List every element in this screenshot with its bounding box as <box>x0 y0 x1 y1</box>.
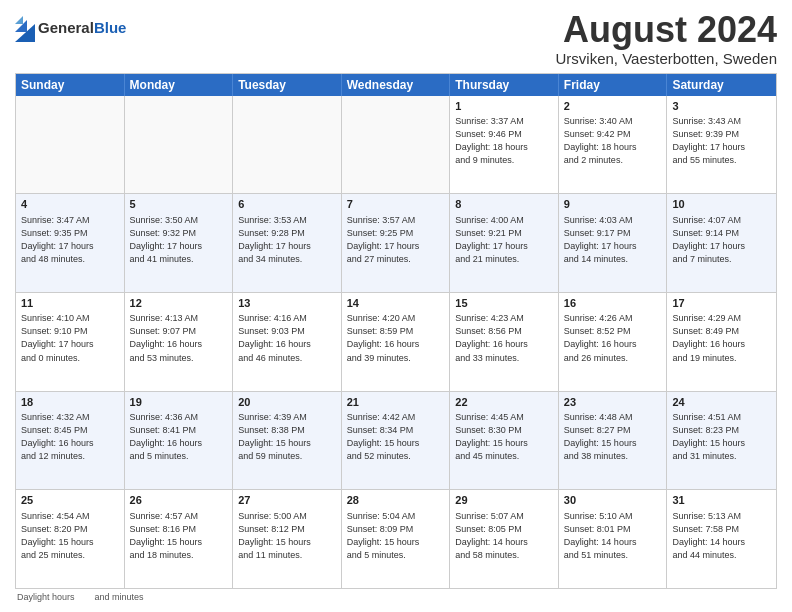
cell-text-line: Sunrise: 5:07 AM <box>455 510 553 523</box>
main-title: August 2024 <box>555 10 777 50</box>
cal-cell-r3c0: 18Sunrise: 4:32 AMSunset: 8:45 PMDayligh… <box>16 392 125 490</box>
cell-text-line: Sunset: 8:16 PM <box>130 523 228 536</box>
cell-text-line: Daylight: 16 hours <box>130 338 228 351</box>
cell-text-line: and 21 minutes. <box>455 253 553 266</box>
cell-text-line: Daylight: 16 hours <box>347 338 445 351</box>
cell-text-line: Sunset: 9:10 PM <box>21 325 119 338</box>
cell-text-line: Sunset: 8:20 PM <box>21 523 119 536</box>
cal-cell-r0c6: 3Sunrise: 3:43 AMSunset: 9:39 PMDaylight… <box>667 96 776 194</box>
cal-row-0: 1Sunrise: 3:37 AMSunset: 9:46 PMDaylight… <box>16 96 776 195</box>
cal-cell-r3c5: 23Sunrise: 4:48 AMSunset: 8:27 PMDayligh… <box>559 392 668 490</box>
cell-text-line: and 25 minutes. <box>21 549 119 562</box>
cell-text-line: Sunrise: 4:36 AM <box>130 411 228 424</box>
cal-cell-r2c5: 16Sunrise: 4:26 AMSunset: 8:52 PMDayligh… <box>559 293 668 391</box>
day-number: 4 <box>21 197 119 212</box>
cell-text-line: Sunset: 8:56 PM <box>455 325 553 338</box>
logo-icon <box>15 14 35 42</box>
cal-cell-r4c2: 27Sunrise: 5:00 AMSunset: 8:12 PMDayligh… <box>233 490 342 588</box>
header-day-saturday: Saturday <box>667 74 776 96</box>
calendar: SundayMondayTuesdayWednesdayThursdayFrid… <box>15 73 777 589</box>
cal-cell-r3c3: 21Sunrise: 4:42 AMSunset: 8:34 PMDayligh… <box>342 392 451 490</box>
cell-text-line: Sunrise: 3:43 AM <box>672 115 771 128</box>
logo-text: GeneralBlue <box>38 19 126 37</box>
cell-text-line: Sunrise: 3:53 AM <box>238 214 336 227</box>
cal-cell-r4c3: 28Sunrise: 5:04 AMSunset: 8:09 PMDayligh… <box>342 490 451 588</box>
cell-text-line: Sunset: 9:25 PM <box>347 227 445 240</box>
cell-text-line: Daylight: 15 hours <box>672 437 771 450</box>
cal-cell-r0c1 <box>125 96 234 194</box>
cal-cell-r1c6: 10Sunrise: 4:07 AMSunset: 9:14 PMDayligh… <box>667 194 776 292</box>
cell-text-line: Sunrise: 4:26 AM <box>564 312 662 325</box>
cell-text-line: Daylight: 15 hours <box>238 437 336 450</box>
day-number: 31 <box>672 493 771 508</box>
cell-text-line: Sunset: 9:28 PM <box>238 227 336 240</box>
cell-text-line: Sunset: 8:27 PM <box>564 424 662 437</box>
cell-text-line: and 7 minutes. <box>672 253 771 266</box>
cell-text-line: and 59 minutes. <box>238 450 336 463</box>
cal-cell-r1c0: 4Sunrise: 3:47 AMSunset: 9:35 PMDaylight… <box>16 194 125 292</box>
cell-text-line: Sunrise: 4:16 AM <box>238 312 336 325</box>
cell-text-line: and 31 minutes. <box>672 450 771 463</box>
cell-text-line: Sunrise: 5:00 AM <box>238 510 336 523</box>
cell-text-line: Sunset: 9:32 PM <box>130 227 228 240</box>
cell-text-line: and 2 minutes. <box>564 154 662 167</box>
day-number: 14 <box>347 296 445 311</box>
cell-text-line: Daylight: 15 hours <box>347 437 445 450</box>
logo-general: General <box>38 19 94 36</box>
cell-text-line: Daylight: 16 hours <box>130 437 228 450</box>
cal-cell-r0c5: 2Sunrise: 3:40 AMSunset: 9:42 PMDaylight… <box>559 96 668 194</box>
cell-text-line: Sunrise: 3:50 AM <box>130 214 228 227</box>
cell-text-line: Daylight: 16 hours <box>21 437 119 450</box>
cell-text-line: Sunrise: 3:47 AM <box>21 214 119 227</box>
day-number: 22 <box>455 395 553 410</box>
day-number: 11 <box>21 296 119 311</box>
logo-blue: Blue <box>94 19 127 36</box>
cell-text-line: Sunset: 9:39 PM <box>672 128 771 141</box>
cell-text-line: Daylight: 16 hours <box>238 338 336 351</box>
cell-text-line: Sunrise: 4:45 AM <box>455 411 553 424</box>
cal-cell-r2c6: 17Sunrise: 4:29 AMSunset: 8:49 PMDayligh… <box>667 293 776 391</box>
cell-text-line: Daylight: 14 hours <box>455 536 553 549</box>
day-number: 1 <box>455 99 553 114</box>
day-number: 2 <box>564 99 662 114</box>
cell-text-line: Sunrise: 4:07 AM <box>672 214 771 227</box>
cal-cell-r1c3: 7Sunrise: 3:57 AMSunset: 9:25 PMDaylight… <box>342 194 451 292</box>
day-number: 21 <box>347 395 445 410</box>
cal-cell-r0c3 <box>342 96 451 194</box>
cell-text-line: Daylight: 15 hours <box>455 437 553 450</box>
cell-text-line: Sunrise: 4:48 AM <box>564 411 662 424</box>
day-number: 27 <box>238 493 336 508</box>
cell-text-line: Daylight: 17 hours <box>672 240 771 253</box>
cell-text-line: and 46 minutes. <box>238 352 336 365</box>
cell-text-line: Daylight: 17 hours <box>564 240 662 253</box>
cell-text-line: Sunset: 8:12 PM <box>238 523 336 536</box>
cell-text-line: Sunset: 8:52 PM <box>564 325 662 338</box>
cell-text-line: Daylight: 15 hours <box>238 536 336 549</box>
cell-text-line: Daylight: 18 hours <box>564 141 662 154</box>
cell-text-line: Sunrise: 5:13 AM <box>672 510 771 523</box>
calendar-body: 1Sunrise: 3:37 AMSunset: 9:46 PMDaylight… <box>16 96 776 588</box>
cell-text-line: Daylight: 17 hours <box>21 240 119 253</box>
cell-text-line: Sunset: 8:05 PM <box>455 523 553 536</box>
cell-text-line: Daylight: 17 hours <box>672 141 771 154</box>
cell-text-line: Sunset: 9:42 PM <box>564 128 662 141</box>
cell-text-line: Sunset: 9:14 PM <box>672 227 771 240</box>
page: GeneralBlue August 2024 Ursviken, Vaeste… <box>0 0 792 612</box>
footer-and-minutes: and minutes <box>95 592 144 602</box>
cell-text-line: and 45 minutes. <box>455 450 553 463</box>
cell-text-line: and 41 minutes. <box>130 253 228 266</box>
cell-text-line: Sunrise: 5:10 AM <box>564 510 662 523</box>
cal-row-3: 18Sunrise: 4:32 AMSunset: 8:45 PMDayligh… <box>16 392 776 491</box>
cal-cell-r3c2: 20Sunrise: 4:39 AMSunset: 8:38 PMDayligh… <box>233 392 342 490</box>
cell-text-line: Sunset: 8:30 PM <box>455 424 553 437</box>
day-number: 7 <box>347 197 445 212</box>
cal-cell-r4c1: 26Sunrise: 4:57 AMSunset: 8:16 PMDayligh… <box>125 490 234 588</box>
day-number: 20 <box>238 395 336 410</box>
cell-text-line: Sunrise: 5:04 AM <box>347 510 445 523</box>
cal-cell-r2c3: 14Sunrise: 4:20 AMSunset: 8:59 PMDayligh… <box>342 293 451 391</box>
cell-text-line: Sunset: 9:17 PM <box>564 227 662 240</box>
cell-text-line: Sunrise: 4:57 AM <box>130 510 228 523</box>
cal-cell-r1c4: 8Sunrise: 4:00 AMSunset: 9:21 PMDaylight… <box>450 194 559 292</box>
cell-text-line: and 44 minutes. <box>672 549 771 562</box>
day-number: 29 <box>455 493 553 508</box>
